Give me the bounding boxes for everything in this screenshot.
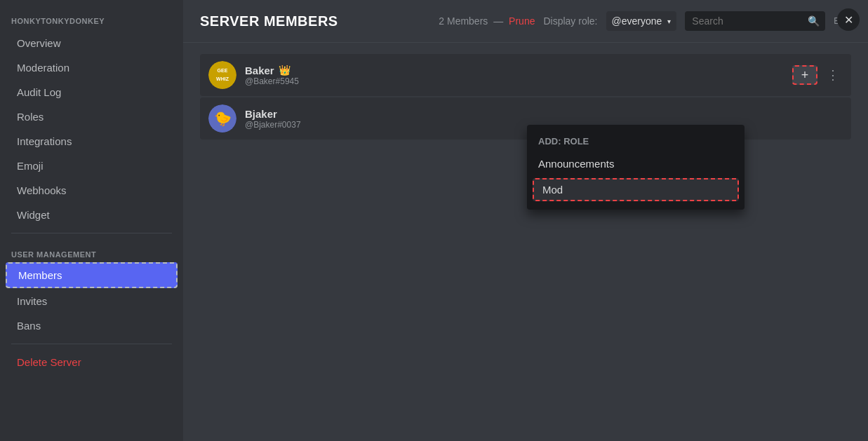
sidebar-item-widget[interactable]: Widget	[6, 203, 178, 226]
sidebar-item-label: Roles	[17, 111, 44, 123]
sidebar-divider	[11, 233, 172, 233]
sidebar-item-label: Bans	[17, 320, 41, 332]
sidebar-item-invites[interactable]: Invites	[6, 290, 178, 313]
dropdown-item-mod[interactable]: Mod	[533, 178, 739, 201]
chevron-down-icon: ▾	[667, 18, 671, 25]
sidebar-item-label: Emoji	[17, 160, 44, 172]
sidebar-divider-2	[11, 344, 172, 344]
sidebar-item-delete-server[interactable]: Delete Server	[6, 351, 178, 374]
page-title: SERVER MEMBERS	[200, 13, 338, 29]
sidebar-item-webhooks[interactable]: Webhooks	[6, 179, 178, 202]
members-list: GEE WHIZ Baker 👑 @Baker#5945 + ⋮	[183, 43, 868, 441]
role-value: @everyone	[612, 15, 662, 27]
avatar: 🐤	[208, 104, 236, 133]
prune-link[interactable]: Prune	[509, 15, 535, 27]
member-tag: @Baker#5945	[245, 76, 792, 86]
sidebar-item-label: Overview	[17, 37, 61, 49]
avatar-image: 🐤	[208, 104, 236, 133]
display-role-label: Display role:	[543, 15, 597, 27]
sidebar-item-label: Moderation	[17, 62, 69, 74]
sidebar-item-label: Invites	[17, 295, 47, 307]
sidebar-item-audit-log[interactable]: Audit Log	[6, 81, 178, 104]
more-options-button[interactable]: ⋮	[823, 65, 843, 85]
role-dropdown: ADD: Role Announcements Mod	[527, 125, 745, 210]
main-content: ✕ SERVER MEMBERS 2 Members — Prune Displ…	[183, 0, 868, 441]
user-management-section-label: USER MANAGEMENT	[0, 239, 183, 262]
more-icon: ⋮	[827, 67, 839, 83]
server-name: HONKYTONKYDONKEY	[0, 11, 183, 31]
sidebar-item-roles[interactable]: Roles	[6, 105, 178, 128]
dropdown-header: ADD: Role	[527, 130, 745, 152]
sidebar-item-integrations[interactable]: Integrations	[6, 130, 178, 153]
search-container: 🔍	[685, 11, 825, 31]
plus-icon: +	[801, 68, 809, 83]
sidebar-item-label: Webhooks	[17, 184, 67, 196]
table-row: 🐤 Bjaker @Bjaker#0037	[200, 97, 851, 140]
members-count: 2 Members — Prune	[439, 15, 535, 27]
sidebar-item-overview[interactable]: Overview	[6, 32, 178, 55]
crown-icon: 👑	[279, 65, 291, 76]
main-header: SERVER MEMBERS 2 Members — Prune Display…	[183, 0, 868, 43]
close-button[interactable]: ✕	[837, 8, 860, 31]
sidebar-item-label: Delete Server	[17, 356, 81, 368]
dropdown-role-text: Role	[563, 136, 589, 147]
dropdown-add-text: ADD:	[538, 136, 561, 147]
close-icon: ✕	[844, 13, 853, 27]
search-input[interactable]	[685, 11, 825, 31]
member-info: Baker 👑 @Baker#5945	[245, 65, 792, 86]
table-row: GEE WHIZ Baker 👑 @Baker#5945 + ⋮	[200, 54, 851, 96]
member-name: Baker 👑	[245, 65, 792, 76]
role-select[interactable]: @everyone ▾	[606, 11, 677, 31]
search-icon: 🔍	[808, 15, 820, 27]
sidebar-item-label: Audit Log	[17, 86, 61, 98]
sidebar-item-label: Integrations	[17, 135, 72, 147]
sidebar-item-members[interactable]: Members	[6, 262, 178, 288]
add-role-button[interactable]: +	[792, 65, 817, 85]
avatar-image: GEE WHIZ	[208, 61, 236, 89]
header-controls: 2 Members — Prune Display role: @everyon…	[439, 11, 851, 31]
sidebar-item-label: Members	[18, 269, 62, 281]
avatar: GEE WHIZ	[208, 61, 236, 89]
dropdown-item-announcements[interactable]: Announcements	[527, 152, 745, 175]
sidebar: HONKYTONKYDONKEY Overview Moderation Aud…	[0, 0, 183, 441]
sidebar-item-bans[interactable]: Bans	[6, 314, 178, 337]
sidebar-item-label: Widget	[17, 209, 50, 221]
member-name: Bjaker	[245, 108, 843, 120]
sidebar-item-emoji[interactable]: Emoji	[6, 154, 178, 177]
sidebar-item-moderation[interactable]: Moderation	[6, 56, 178, 79]
